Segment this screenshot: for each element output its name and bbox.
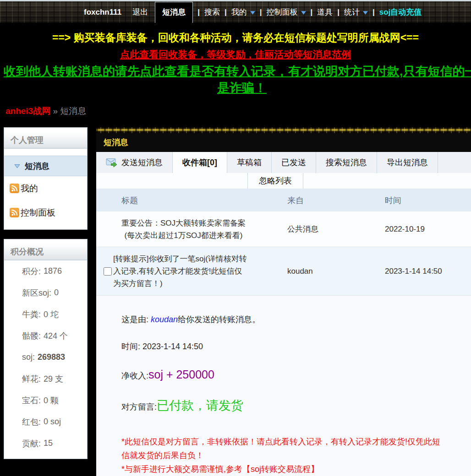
chevron-down-icon[interactable]	[301, 8, 306, 17]
tab-inbox[interactable]: 收件箱[0]	[173, 152, 227, 173]
nav-item-search[interactable]: 搜索	[204, 7, 220, 17]
rss-icon	[10, 208, 19, 217]
sidebar-panel-points: 积分概况 积分:1876 新区soj:0 牛粪:0 坨 骷髅:424 个 soj…	[4, 239, 88, 459]
stat-gems: 宝石:0 颗	[4, 389, 87, 411]
tab-export-messages[interactable]: 导出短消息	[377, 152, 438, 173]
tab-sent[interactable]: 已发送	[272, 152, 316, 173]
panel-title-personal: 个人管理	[4, 132, 87, 149]
nav-separator: |	[260, 8, 262, 17]
sidebar-item-messages[interactable]: 短消息	[4, 156, 87, 176]
main-content: 短消息 发送短消息 收件箱[0] 草稿箱 已发送 搜索短消息 导出短消息 忽略列…	[96, 127, 471, 476]
table-header-time: 时间	[385, 195, 471, 206]
announcement-line-scam[interactable]: 是诈骗！	[0, 80, 471, 96]
nav-logout[interactable]: 退出	[132, 7, 148, 17]
detail-from-line: 这是由: koudan给你发送的转账消息。	[121, 314, 471, 325]
message-checkbox[interactable]	[104, 267, 112, 276]
chevron-down-icon[interactable]	[363, 8, 368, 17]
message-time: 2023-1-14 14:50	[385, 267, 471, 276]
tab-search-messages[interactable]: 搜索短消息	[316, 152, 377, 173]
triangle-down-icon	[14, 164, 20, 168]
nav-item-messages[interactable]: 短消息	[155, 2, 193, 23]
breadcrumb: anhei3战网 » 短消息	[5, 105, 471, 117]
nav-separator: |	[372, 8, 375, 17]
announcement-link-examples[interactable]: 点此查看回收装备，等级奖励，佳丽活动等短消息范例	[0, 48, 471, 61]
stat-points: 积分:1876	[4, 260, 87, 282]
tab-send-message[interactable]: 发送短消息	[96, 152, 173, 173]
message-from: koudan	[287, 267, 385, 276]
message-time: 2022-10-19	[385, 225, 471, 234]
nav-item-soj-recharge[interactable]: soj自动充值	[379, 7, 422, 17]
nav-separator: |	[225, 8, 227, 17]
stat-skulls: 骷髅:424 个	[4, 325, 87, 346]
nav-item-items[interactable]: 道具	[317, 7, 333, 17]
stat-flowers: 鲜花:29 支	[4, 368, 87, 389]
sidebar-panel-personal: 个人管理 短消息 我的 控制面板	[4, 127, 88, 230]
buyer-note-value: 已付款，请发货	[157, 399, 243, 412]
send-mail-icon	[106, 158, 117, 168]
message-tabs: 发送短消息 收件箱[0] 草稿箱 已发送 搜索短消息 导出短消息	[96, 152, 471, 173]
stat-redpacket: 红包:0 soj	[4, 411, 87, 433]
nav-separator: |	[311, 8, 313, 17]
message-row-transfer[interactable]: [转账提示]你收到了一笔soj(详情核对转 入记录,有转入记录才能发货!此短信仅…	[96, 247, 471, 296]
message-detail: 这是由: koudan给你发送的转账消息。 时间: 2023-1-14 14:5…	[96, 296, 471, 476]
nav-separator: |	[337, 8, 340, 17]
detail-warning: *此短信仅是对方留言，非转账依据！请点此看转入记录，有转入记录才能发货!仅凭此短…	[121, 435, 471, 476]
sidebar: 个人管理 短消息 我的 控制面板 积分概况 积分:1876 新区soj:0 牛粪…	[4, 127, 88, 459]
breadcrumb-separator: »	[53, 106, 58, 116]
income-value: soj + 250000	[148, 368, 214, 381]
top-nav: foxchn111 退出 短消息 | 搜索 | 我的 | 控制面板 | 道具 |…	[0, 0, 471, 23]
page-title: 短消息	[96, 133, 471, 152]
gold-border-decoration	[96, 127, 471, 133]
detail-income-line: 净收入:soj + 250000	[121, 368, 471, 381]
sidebar-item-mine[interactable]: 我的	[4, 176, 87, 200]
nav-separator: |	[197, 8, 200, 17]
message-tabs-row2: 忽略列表	[96, 173, 471, 189]
announcement-line-1: ==> 购买装备库装备，回收和各种活动，请务必在短信标题处写明所属战网<==	[0, 31, 471, 45]
nav-item-stats[interactable]: 统计	[344, 7, 360, 17]
stat-newzone-soj: 新区soj:0	[4, 282, 87, 303]
table-header-from: 来自	[287, 195, 385, 206]
panel-title-points: 积分概况	[4, 243, 87, 260]
announcement-link-transfer-check[interactable]: 收到他人转账消息的请先点此查看是否有转入记录，有才说明对方已付款,只有短信的一律	[4, 63, 471, 80]
stat-soj: soj:269883	[4, 346, 87, 368]
username[interactable]: foxchn111	[84, 8, 121, 17]
sender-link[interactable]: koudan	[151, 315, 178, 324]
rss-icon	[10, 184, 19, 193]
table-header: 标题 来自 时间	[96, 189, 471, 211]
breadcrumb-current: 短消息	[60, 106, 86, 116]
message-row-announcement[interactable]: 重要公告：SOJ大额转账卖家需备案 (每次卖出超过1万SOJ都进来看看) 公共消…	[96, 211, 471, 247]
table-header-title: 标题	[96, 195, 287, 206]
breadcrumb-site-link[interactable]: anhei3战网	[5, 106, 50, 116]
nav-item-control-panel[interactable]: 控制面板	[267, 7, 298, 17]
sidebar-item-control-panel[interactable]: 控制面板	[4, 200, 87, 225]
message-from: 公共消息	[287, 224, 385, 234]
nav-item-mine[interactable]: 我的	[231, 7, 247, 17]
tab-ignore-list[interactable]: 忽略列表	[247, 173, 303, 189]
chevron-down-icon[interactable]	[250, 8, 255, 17]
stat-contribution: 贡献:15	[4, 433, 87, 454]
stat-dung: 牛粪:0 坨	[4, 303, 87, 325]
detail-note-line: 对方留言:已付款，请发货	[121, 397, 471, 414]
tab-drafts[interactable]: 草稿箱	[227, 152, 272, 173]
detail-time-line: 时间: 2023-1-14 14:50	[121, 341, 471, 352]
